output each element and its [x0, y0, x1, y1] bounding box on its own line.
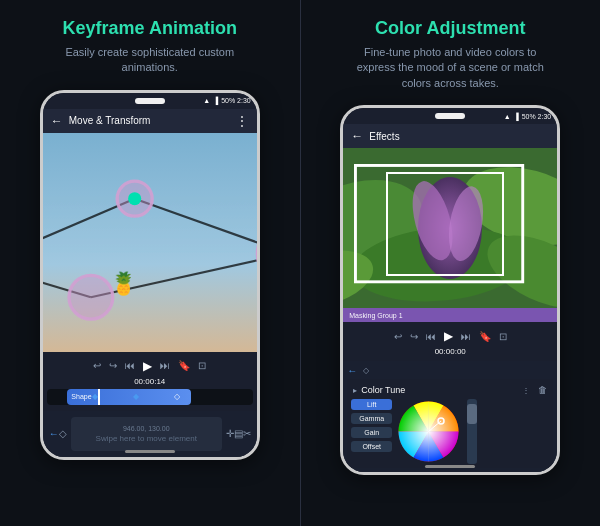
color-tune-section: ← ◇ ▸ Color Tune ⋮ 🗑 Lift Gamma G: [343, 361, 557, 472]
wifi-icon: ▲: [203, 97, 210, 104]
crop-button[interactable]: ⊡: [198, 360, 206, 371]
right-video-preview: [343, 148, 557, 308]
right-phone-inner: ▲ ▐ 50% 2:30 ← Effects: [343, 108, 557, 472]
right-top-bar: ← Effects: [343, 124, 557, 148]
right-wifi-icon: ▲: [504, 113, 511, 120]
left-phone-inner: ▲ ▐ 50% 2:30 ← Move & Transform ⋮: [43, 93, 257, 457]
left-panel: Keyframe Animation Easily create sophist…: [0, 0, 300, 526]
color-wheel-container[interactable]: [396, 399, 461, 464]
right-undo-button[interactable]: ↩: [394, 331, 402, 342]
right-home-bar: [425, 465, 475, 468]
battery-text: 50% 2:30: [221, 97, 251, 104]
left-timeline-clip[interactable]: Shape: [67, 389, 191, 405]
color-tune-expand-icon[interactable]: ▸: [353, 386, 357, 395]
phone-notch-left: [135, 98, 165, 104]
color-tune-panel: ▸ Color Tune ⋮ 🗑 Lift Gamma Gain Offset: [347, 379, 553, 468]
left-screen-title: Move & Transform: [69, 115, 230, 126]
skip-start-button[interactable]: ⏮: [125, 360, 135, 371]
left-timeline-area: ↩ ↪ ⏮ ▶ ⏭ 🔖 ⊡ 00:00:14 Shape ◆ ◆: [43, 352, 257, 411]
left-timecode: 00:00:14: [43, 376, 257, 387]
left-transport-controls: ↩ ↪ ⏮ ▶ ⏭ 🔖 ⊡: [43, 356, 257, 376]
timeline-playhead: [98, 389, 100, 405]
left-video-content: 🍍: [43, 133, 257, 352]
color-params-list: Lift Gamma Gain Offset: [351, 399, 392, 464]
phone-notch-right: [435, 113, 465, 119]
right-battery-text: 50% 2:30: [522, 113, 552, 120]
gamma-button[interactable]: Gamma: [351, 413, 392, 424]
diamond-marker-left: ◆: [92, 392, 98, 401]
diamond-marker-center: ◆: [133, 392, 139, 401]
layers-icon: ▤: [234, 428, 243, 439]
masking-bar: Masking Group 1: [343, 308, 557, 322]
left-phone: ▲ ▐ 50% 2:30 ← Move & Transform ⋮: [40, 90, 260, 460]
color-tune-title: Color Tune: [361, 385, 518, 395]
masking-label: Masking Group 1: [349, 312, 402, 319]
color-tune-menu[interactable]: ⋮: [522, 386, 530, 395]
right-transport-controls: ↩ ↪ ⏮ ▶ ⏭ 🔖 ⊡: [343, 326, 557, 346]
coord-display: 946.00, 130.00: [79, 425, 214, 432]
right-panel-title: Color Adjustment: [375, 18, 525, 39]
color-tune-header: ▸ Color Tune ⋮ 🗑: [351, 383, 549, 399]
left-panel-title: Keyframe Animation: [63, 18, 237, 39]
bookmark-button[interactable]: 🔖: [178, 360, 190, 371]
right-panel: Color Adjustment Fine-tune photo and vid…: [301, 0, 601, 526]
right-signal-icon: ▐: [514, 113, 519, 120]
color-wheel-svg: [396, 399, 461, 464]
diamond-marker-right: ◇: [174, 392, 180, 401]
color-tune-delete[interactable]: 🗑: [538, 385, 547, 395]
svg-point-10: [128, 192, 141, 205]
left-bottom-controls: ← ◇ 946.00, 130.00 Swipe here to move el…: [49, 415, 251, 453]
left-status-icons: ▲ ▐ 50% 2:30: [203, 97, 251, 104]
skip-end-button[interactable]: ⏭: [160, 360, 170, 371]
swipe-hint: Swipe here to move element: [79, 434, 214, 443]
right-timecode: 00:00:00: [343, 346, 557, 357]
color-tune-content: Lift Gamma Gain Offset: [351, 399, 549, 464]
right-back-button[interactable]: ←: [351, 129, 363, 143]
selection-box: [386, 172, 504, 276]
right-video-content: [343, 148, 557, 308]
right-crop-button[interactable]: ⊡: [499, 331, 507, 342]
right-panel-subtitle: Fine-tune photo and video colors to expr…: [350, 45, 550, 91]
left-top-bar: ← Move & Transform ⋮: [43, 109, 257, 133]
play-button[interactable]: ▶: [143, 359, 152, 373]
move-icon[interactable]: ✛: [226, 428, 234, 439]
color-scrollbar[interactable]: [467, 399, 477, 464]
lift-button[interactable]: Lift: [351, 399, 392, 410]
right-timeline-area: ↩ ↪ ⏮ ▶ ⏭ 🔖 ⊡ 00:00:00: [343, 322, 557, 361]
left-video-preview: 🍍: [43, 133, 257, 352]
right-skip-start-button[interactable]: ⏮: [426, 331, 436, 342]
left-back-button[interactable]: ←: [51, 114, 63, 128]
left-home-bar: [125, 450, 175, 453]
color-scroll-thumb: [467, 404, 477, 424]
signal-icon: ▐: [213, 97, 218, 104]
svg-point-8: [69, 275, 113, 319]
right-bottom-controls: ← ◇: [347, 365, 553, 376]
right-arrow-icon[interactable]: ←: [347, 365, 357, 376]
svg-text:🍍: 🍍: [110, 269, 138, 296]
clip-label: Shape: [71, 393, 91, 400]
right-bookmark-button[interactable]: 🔖: [479, 331, 491, 342]
left-arrow-icon[interactable]: ←: [49, 428, 59, 439]
offset-button[interactable]: Offset: [351, 441, 392, 452]
redo-button[interactable]: ↪: [109, 360, 117, 371]
undo-button[interactable]: ↩: [93, 360, 101, 371]
keyframe-animation-svg: 🍍: [43, 133, 257, 352]
left-timeline-track[interactable]: Shape ◆ ◆ ◇: [47, 389, 253, 405]
gain-button[interactable]: Gain: [351, 427, 392, 438]
left-panel-subtitle: Easily create sophisticated custom anima…: [50, 45, 250, 76]
right-skip-end-button[interactable]: ⏭: [461, 331, 471, 342]
right-redo-button[interactable]: ↪: [410, 331, 418, 342]
left-menu-button[interactable]: ⋮: [236, 114, 249, 128]
right-screen-title: Effects: [369, 131, 549, 142]
swipe-area[interactable]: 946.00, 130.00 Swipe here to move elemen…: [71, 417, 222, 451]
right-status-icons: ▲ ▐ 50% 2:30: [504, 113, 552, 120]
svg-rect-0: [43, 133, 257, 352]
scissors-icon: ✂: [243, 428, 251, 439]
right-phone: ▲ ▐ 50% 2:30 ← Effects: [340, 105, 560, 475]
right-play-button[interactable]: ▶: [444, 329, 453, 343]
left-diamond-icon: ◇: [59, 428, 67, 439]
right-diamond-icon: ◇: [363, 366, 369, 375]
